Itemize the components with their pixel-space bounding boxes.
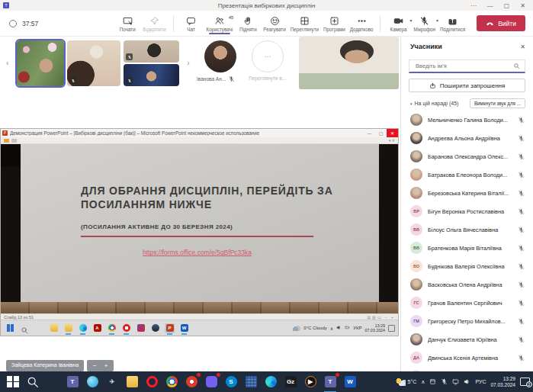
- ppt-minimize-button[interactable]: —: [364, 129, 375, 137]
- raise-button[interactable]: Підняти: [235, 14, 261, 34]
- participant-row[interactable]: Баранова Олександра Олекс...: [401, 147, 533, 165]
- chat-button[interactable]: Чат: [178, 14, 204, 34]
- window-minimize-button[interactable]: —: [487, 2, 493, 9]
- task-view-app-icon[interactable]: [34, 323, 44, 333]
- zoom-out-button[interactable]: −: [93, 362, 97, 369]
- monitor-icon[interactable]: [452, 378, 459, 386]
- participant-row[interactable]: БОБуднікова Валерія Олексіївна: [401, 257, 533, 275]
- zoom-control[interactable]: − +: [87, 360, 114, 371]
- clock[interactable]: 13:2907.03.2024: [364, 323, 385, 333]
- panel-close-button[interactable]: ✕: [520, 43, 525, 50]
- chrome-app-icon[interactable]: [163, 374, 180, 390]
- language-indicator[interactable]: РУС: [475, 379, 486, 384]
- slide-form-link[interactable]: https://forms.office.com/e/5qBfPc33ka: [143, 249, 252, 256]
- video-thumbnail[interactable]: [124, 40, 179, 63]
- participant-row[interactable]: Батракова Елеонора Володи...: [401, 165, 533, 184]
- quick-access-icon[interactable]: [4, 139, 9, 143]
- skype-app-icon[interactable]: S: [223, 374, 239, 390]
- word-app-icon[interactable]: W: [342, 374, 358, 390]
- participant-row[interactable]: Андреєва Альона Андріївна: [401, 129, 533, 147]
- mic-icon[interactable]: [441, 378, 448, 386]
- folder-app-icon[interactable]: [63, 323, 73, 333]
- start-app-icon[interactable]: [5, 323, 15, 333]
- more-button[interactable]: Додатково: [348, 14, 376, 34]
- rocket-app-icon[interactable]: ✈: [104, 374, 120, 390]
- mute-all-button[interactable]: Вимкнути звук для ...: [470, 98, 525, 108]
- viber-app-icon[interactable]: [203, 374, 220, 390]
- participant-row[interactable]: ГСГрачов Валентин Сергійович: [401, 294, 533, 312]
- volume-icon[interactable]: [464, 378, 470, 386]
- powerpoint-app-icon[interactable]: P: [165, 323, 175, 333]
- notification-icon[interactable]: 2: [520, 378, 530, 386]
- weather-widget[interactable]: 5°C: [396, 378, 417, 386]
- video-thumbnail[interactable]: [67, 40, 120, 86]
- overflow-participants-button[interactable]: ⋯: [252, 40, 284, 72]
- volume-icon[interactable]: [336, 325, 342, 331]
- display-icon[interactable]: [429, 378, 436, 386]
- tray-chevron-icon[interactable]: ∧: [421, 379, 425, 385]
- files-app-icon[interactable]: [49, 323, 59, 333]
- redapp-app-icon[interactable]: [183, 374, 200, 390]
- steam-app-icon[interactable]: [150, 323, 160, 333]
- zoom-in-button[interactable]: +: [104, 362, 108, 369]
- video-thumbnail-selected[interactable]: [17, 40, 64, 86]
- widgets-app-icon[interactable]: [84, 374, 101, 390]
- task-view-app-icon[interactable]: [44, 374, 61, 390]
- tray-chevron-icon[interactable]: ∧: [330, 326, 333, 331]
- participant-row[interactable]: Мельниченко Галина Володи...: [401, 111, 533, 129]
- participant-row[interactable]: БРБігун Вероніка Ростиславівна: [401, 202, 533, 220]
- teams-app-icon[interactable]: T: [64, 374, 81, 390]
- ppt-maximize-button[interactable]: ▢: [375, 129, 387, 137]
- search-app-icon[interactable]: [20, 323, 30, 333]
- quick-access-icon[interactable]: [11, 139, 17, 143]
- participant-row[interactable]: ДАДвинська Ксенія Артемівна: [401, 349, 533, 367]
- participant-row[interactable]: БВБратенкова Марія Віталіївна: [401, 239, 533, 257]
- notification-icon[interactable]: [388, 325, 395, 332]
- start-share-button[interactable]: Почати: [114, 14, 140, 34]
- media-app-icon[interactable]: [136, 323, 146, 333]
- video-thumbnail[interactable]: [124, 64, 179, 86]
- camera-button[interactable]: ▼Камера: [385, 14, 411, 34]
- view-mode-icons[interactable]: ▤▥▭ − +: [367, 315, 395, 320]
- leave-button[interactable]: Вийти: [477, 15, 525, 31]
- edge-app-icon[interactable]: [262, 374, 279, 390]
- clock[interactable]: 13:2907.03.2024: [490, 376, 515, 388]
- browser-app-icon[interactable]: [121, 323, 131, 333]
- word-app-icon[interactable]: W: [179, 323, 189, 333]
- participant-row[interactable]: БВБілоус Ольга Вячеславівна: [401, 220, 533, 239]
- spotlight-video[interactable]: [299, 37, 399, 89]
- player-app-icon[interactable]: ▶: [302, 374, 319, 390]
- participant-row[interactable]: Березовська Катерина Віталії...: [401, 184, 533, 202]
- gridapp-app-icon[interactable]: [242, 374, 259, 390]
- teams2-app-icon[interactable]: T: [322, 374, 339, 390]
- ppt-close-button[interactable]: ✕: [387, 129, 398, 137]
- participant-row[interactable]: Данчук Єлизавета Юріївна: [401, 330, 533, 349]
- edge-app-icon[interactable]: [78, 323, 88, 333]
- filmstrip-prev-button[interactable]: ‹: [6, 58, 9, 67]
- chrome-app-icon[interactable]: [107, 323, 117, 333]
- share-invite-button[interactable]: Поширити запрошення: [409, 79, 525, 92]
- in-meeting-section-label[interactable]: ▾ На цій нараді (45): [410, 101, 458, 106]
- start-app-icon[interactable]: [5, 374, 21, 390]
- react-button[interactable]: Реагувати: [261, 14, 287, 34]
- participant-search[interactable]: [409, 59, 525, 73]
- acrobat-app-icon[interactable]: A: [92, 323, 102, 333]
- view-button[interactable]: Переглянути: [288, 14, 321, 34]
- unpin-button[interactable]: Відкріпити: [140, 14, 168, 34]
- gz-app-icon[interactable]: Gz: [282, 374, 299, 390]
- apps-button[interactable]: Програми: [321, 14, 348, 34]
- participant-search-input[interactable]: [414, 62, 513, 70]
- participant-row[interactable]: Васковська Олена Андріївна: [401, 275, 533, 294]
- window-more-button[interactable]: ⋯: [470, 2, 477, 9]
- participant-row[interactable]: ГМГригореску Петро Михайлов...: [401, 312, 533, 330]
- people-button[interactable]: 45Користувачі: [204, 14, 236, 34]
- language-indicator[interactable]: УКР: [353, 326, 361, 330]
- folder-app-icon[interactable]: [124, 374, 140, 390]
- filmstrip-next-button[interactable]: ›: [187, 58, 190, 67]
- share-button[interactable]: Поділитися: [438, 14, 467, 34]
- quick-access-more-icon[interactable]: ▾ ✕: [389, 138, 395, 143]
- opera-app-icon[interactable]: [143, 374, 160, 390]
- search-app-icon[interactable]: [24, 374, 41, 390]
- window-maximize-button[interactable]: ▢: [504, 2, 510, 9]
- window-close-button[interactable]: ✕: [520, 2, 525, 9]
